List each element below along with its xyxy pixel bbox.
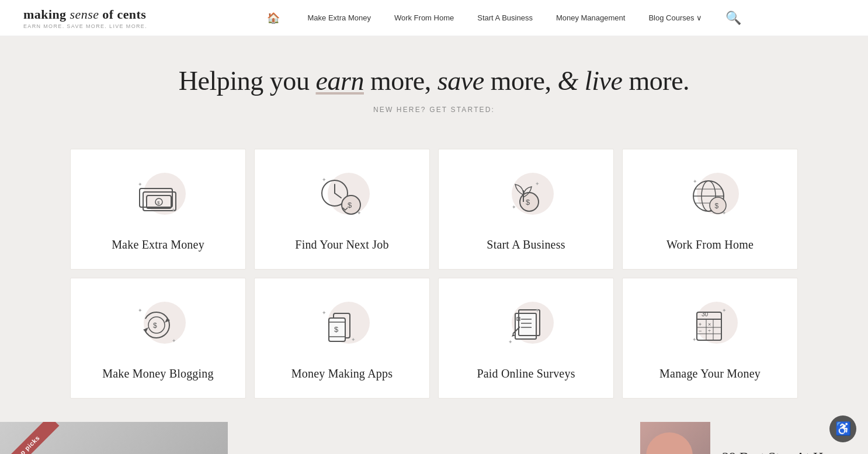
money-icon: $ ✦ ✦ <box>135 176 182 216</box>
svg-text:÷: ÷ <box>708 328 711 334</box>
card-make-money-blogging[interactable]: $ ✦ ✦ Make Money Blogging <box>70 278 246 399</box>
svg-text:$: $ <box>334 325 339 334</box>
top-picks-ribbon: top picks <box>0 422 70 454</box>
hero-subheading: NEW HERE? GET STARTED: <box>12 106 856 114</box>
svg-text:$: $ <box>348 201 352 209</box>
svg-text:✦: ✦ <box>722 210 727 216</box>
svg-text:✦: ✦ <box>535 308 540 313</box>
bottom-teaser: top picks 75 Ways To Make Extra 29 Best … <box>0 422 868 454</box>
hero-heading: Helping you earn more, save more, & live… <box>12 65 856 96</box>
svg-text:✦: ✦ <box>351 337 356 343</box>
cards-section: $ ✦ ✦ Make Extra Money $ <box>0 149 868 422</box>
site-header: making sense of cents EARN MORE. SAVE MO… <box>0 0 868 36</box>
nav-work-from-home[interactable]: Work From Home <box>383 13 466 22</box>
svg-marker-32 <box>143 327 148 332</box>
card-manage-your-money[interactable]: 30 + × − ÷ ✦ ✦ Manage Your Money <box>622 278 798 399</box>
phone-coin-icon: $ ✦ ✦ <box>316 302 369 348</box>
card-label-find-your-next-job: Find Your Next Job <box>295 238 388 252</box>
money-making-apps-icon-area: $ ✦ ✦ <box>310 296 374 354</box>
card-label-manage-your-money: Manage Your Money <box>659 367 761 380</box>
accessibility-icon: ♿ <box>835 421 851 436</box>
hero-section: Helping you earn more, save more, & live… <box>0 36 868 149</box>
card-make-extra-money[interactable]: $ ✦ ✦ Make Extra Money <box>70 149 246 270</box>
svg-text:$: $ <box>157 200 160 205</box>
card-label-work-from-home: Work From Home <box>666 238 754 252</box>
svg-text:30: 30 <box>702 311 709 317</box>
card-paid-online-surveys[interactable]: ✓ ✦ ✦ Paid Online Surveys <box>438 278 614 399</box>
svg-text:✦: ✦ <box>508 339 513 345</box>
main-nav: 🏠 Make Extra Money Work From Home Start … <box>164 11 845 26</box>
chevron-down-icon: ∨ <box>696 13 702 22</box>
svg-text:$: $ <box>153 322 157 330</box>
logo-subtitle: EARN MORE. SAVE MORE. live MORE. <box>23 23 164 29</box>
card-label-paid-online-surveys: Paid Online Surveys <box>477 367 575 380</box>
svg-text:✦: ✦ <box>535 181 540 187</box>
svg-text:✦: ✦ <box>512 204 516 210</box>
accessibility-button[interactable]: ♿ <box>829 415 856 442</box>
svg-text:✦: ✦ <box>322 310 327 316</box>
svg-text:✦: ✦ <box>172 338 176 344</box>
home-icon[interactable]: 🏠 <box>267 12 280 25</box>
card-start-a-business[interactable]: $ ✦ ✦ Start A Business <box>438 149 614 270</box>
svg-text:✓: ✓ <box>517 318 519 321</box>
nav-blog-courses[interactable]: Blog Courses ∨ <box>637 13 714 22</box>
svg-text:✦: ✦ <box>322 177 327 183</box>
work-from-home-icon-area: $ ✦ ✦ <box>678 167 742 225</box>
teaser-article1-text[interactable]: 75 Ways To Make Extra <box>228 422 640 454</box>
teaser-article2-image <box>640 422 710 454</box>
globe-coin-icon: $ ✦ ✦ <box>684 173 737 219</box>
svg-text:−: − <box>699 328 702 334</box>
svg-text:+: + <box>699 322 702 327</box>
teaser-article1-image[interactable]: top picks <box>0 422 228 454</box>
person-shape <box>646 432 693 454</box>
card-label-make-money-blogging: Make Money Blogging <box>102 367 213 380</box>
svg-text:✦: ✦ <box>138 181 143 187</box>
svg-text:×: × <box>708 322 711 327</box>
nav-start-a-business[interactable]: Start A Business <box>466 13 544 22</box>
card-find-your-next-job[interactable]: $ ✦ ✦ Find Your Next Job <box>254 149 430 270</box>
teaser-article2-title: 29 Best Stay At Home Jobs (#1 Is My <box>722 449 856 454</box>
svg-text:✦: ✦ <box>357 210 362 216</box>
card-label-money-making-apps: Money Making Apps <box>291 367 393 380</box>
logo[interactable]: making sense of cents EARN MORE. SAVE MO… <box>23 7 164 29</box>
svg-line-9 <box>335 193 341 198</box>
svg-text:✦: ✦ <box>692 337 697 343</box>
calendar-icon: 30 + × − ÷ ✦ ✦ <box>684 302 737 348</box>
card-money-making-apps[interactable]: $ ✦ ✦ Money Making Apps <box>254 278 430 399</box>
search-icon[interactable]: 🔍 <box>725 11 741 26</box>
nav-make-extra-money[interactable]: Make Extra Money <box>296 13 383 22</box>
manage-your-money-icon-area: 30 + × − ÷ ✦ ✦ <box>678 296 742 354</box>
svg-text:$: $ <box>714 202 718 210</box>
make-extra-money-icon-area: $ ✦ ✦ <box>126 167 190 225</box>
make-money-blogging-icon-area: $ ✦ ✦ <box>126 296 190 354</box>
card-work-from-home[interactable]: $ ✦ ✦ Work From Home <box>622 149 798 270</box>
plant-coin-icon: $ ✦ ✦ <box>500 173 553 219</box>
svg-text:✦: ✦ <box>722 308 727 313</box>
svg-text:✦: ✦ <box>138 308 143 313</box>
ribbon-label: top picks <box>0 422 59 454</box>
paid-online-surveys-icon-area: ✓ ✦ ✦ <box>494 296 558 354</box>
start-a-business-icon-area: $ ✦ ✦ <box>494 167 558 225</box>
nav-money-management[interactable]: Money Management <box>544 13 637 22</box>
svg-text:✦: ✦ <box>693 179 697 184</box>
survey-icon: ✓ ✦ ✦ <box>500 302 553 348</box>
cards-grid: $ ✦ ✦ Make Extra Money $ <box>70 149 798 399</box>
card-label-make-extra-money: Make Extra Money <box>112 238 204 252</box>
clock-coin-icon: $ ✦ ✦ <box>316 173 369 219</box>
cycle-coin-icon: $ ✦ ✦ <box>132 302 185 348</box>
svg-text:$: $ <box>526 198 530 207</box>
logo-title: making sense of cents <box>23 7 164 22</box>
card-label-start-a-business: Start A Business <box>487 238 565 252</box>
svg-text:✦: ✦ <box>171 207 176 213</box>
find-your-next-job-icon-area: $ ✦ ✦ <box>310 167 374 225</box>
